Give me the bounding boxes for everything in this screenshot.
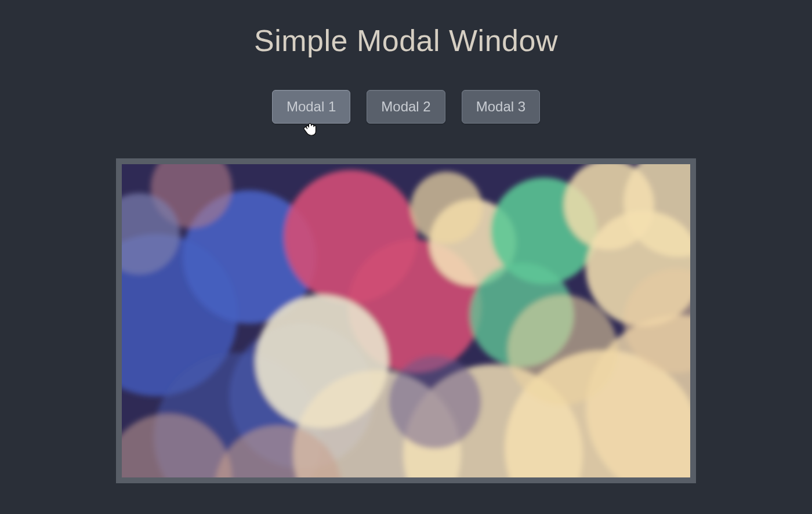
modal-1-button[interactable]: Modal 1 xyxy=(272,90,350,124)
modal-2-button[interactable]: Modal 2 xyxy=(367,90,445,124)
modal-3-button[interactable]: Modal 3 xyxy=(462,90,540,124)
hero-image-panel xyxy=(116,158,696,483)
page-title: Simple Modal Window xyxy=(254,23,558,58)
svg-point-19 xyxy=(507,295,618,405)
svg-point-13 xyxy=(411,172,483,244)
bokeh-image xyxy=(122,164,690,477)
button-row: Modal 1 Modal 2 Modal 3 xyxy=(272,90,540,124)
svg-point-24 xyxy=(389,356,481,448)
